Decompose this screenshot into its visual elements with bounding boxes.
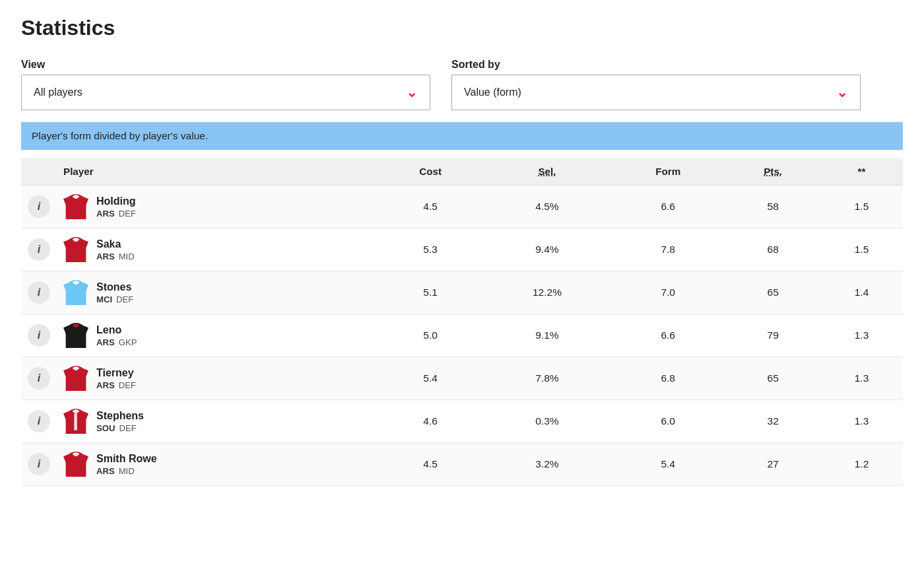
player-team: MCI (96, 294, 112, 304)
player-form: 5.4 (610, 443, 725, 486)
col-sel: Sel. (484, 158, 610, 186)
player-team: SOU (96, 423, 115, 433)
player-name: Saka (96, 238, 135, 250)
player-shirt-icon (63, 407, 88, 436)
table-row: i LenoARSGKP5.09.1%6.6791.3 (21, 314, 903, 357)
info-button[interactable]: i (28, 453, 50, 475)
view-select[interactable]: All players ⌄ (21, 75, 430, 110)
player-position: DEF (119, 209, 136, 219)
player-cost: 4.5 (377, 186, 483, 228)
info-button[interactable]: i (28, 281, 50, 304)
player-form: 6.0 (610, 400, 725, 443)
statistics-table: Player Cost Sel. Form Pts. ** i HoldingA… (21, 158, 903, 486)
player-sel: 9.4% (484, 228, 610, 271)
player-name: Leno (96, 324, 137, 336)
player-value: 1.5 (820, 228, 903, 271)
player-form: 7.0 (610, 271, 725, 314)
player-cell: StonesMCIDEF (57, 271, 377, 314)
player-team: ARS (96, 466, 115, 476)
view-label: View (21, 59, 430, 71)
col-pts: Pts. (725, 158, 820, 186)
player-position: DEF (116, 294, 133, 304)
table-row: i Smith RoweARSMID4.53.2%5.4271.2 (21, 443, 903, 486)
player-team: ARS (96, 209, 115, 219)
player-cost: 4.6 (377, 400, 483, 443)
table-row: i StonesMCIDEF5.112.2%7.0651.4 (21, 271, 903, 314)
player-value: 1.3 (820, 314, 903, 357)
player-shirt-icon (63, 278, 88, 307)
player-position: MID (119, 252, 135, 261)
player-team: ARS (96, 380, 115, 390)
player-position: MID (119, 466, 135, 476)
player-shirt-icon (63, 192, 88, 221)
player-position: DEF (119, 380, 136, 390)
table-row: i SakaARSMID5.39.4%7.8681.5 (21, 228, 903, 271)
player-form: 6.8 (610, 357, 725, 400)
player-pts: 32 (725, 400, 820, 443)
player-cell: HoldingARSDEF (57, 186, 377, 228)
player-form: 7.8 (610, 228, 725, 271)
player-cost: 5.0 (377, 314, 483, 357)
player-team: ARS (96, 337, 115, 347)
table-row: i HoldingARSDEF4.54.5%6.6581.5 (21, 186, 903, 228)
player-sel: 12.2% (484, 271, 610, 314)
player-shirt-icon (63, 235, 88, 264)
player-pts: 65 (725, 271, 820, 314)
table-row: i StephensSOUDEF4.60.3%6.0321.3 (21, 400, 903, 443)
info-button[interactable]: i (28, 238, 50, 261)
player-value: 1.4 (820, 271, 903, 314)
player-cost: 5.4 (377, 357, 483, 400)
table-row: i TierneyARSDEF5.47.8%6.8651.3 (21, 357, 903, 400)
player-shirt-icon (63, 321, 88, 350)
player-cell: LenoARSGKP (57, 314, 377, 357)
player-form: 6.6 (610, 186, 725, 228)
player-form: 6.6 (610, 314, 725, 357)
player-cell: SakaARSMID (57, 228, 377, 271)
statistics-table-wrap: Player Cost Sel. Form Pts. ** i HoldingA… (21, 158, 903, 486)
info-banner: Player's form divided by player's value. (21, 122, 903, 150)
player-name: Tierney (96, 367, 136, 379)
player-value: 1.2 (820, 443, 903, 486)
info-button[interactable]: i (28, 410, 50, 432)
chevron-down-icon-sort: ⌄ (836, 85, 848, 100)
player-cost: 4.5 (377, 443, 483, 486)
player-sel: 0.3% (484, 400, 610, 443)
player-value: 1.3 (820, 400, 903, 443)
player-shirt-icon (63, 364, 88, 393)
player-pts: 27 (725, 443, 820, 486)
col-cost: Cost (377, 158, 483, 186)
sort-label: Sorted by (451, 59, 861, 71)
table-body: i HoldingARSDEF4.54.5%6.6581.5i SakaARSM… (21, 186, 903, 486)
player-value: 1.3 (820, 357, 903, 400)
sort-control: Sorted by Value (form) ⌄ (451, 59, 861, 110)
player-position: DEF (119, 423, 136, 433)
col-form: Form (610, 158, 725, 186)
info-button[interactable]: i (28, 367, 50, 390)
player-position: GKP (119, 337, 137, 347)
player-name: Stones (96, 281, 133, 293)
player-sel: 9.1% (484, 314, 610, 357)
player-name: Holding (96, 195, 136, 207)
player-cell: TierneyARSDEF (57, 357, 377, 400)
player-cell: StephensSOUDEF (57, 400, 377, 443)
sort-select-value: Value (form) (464, 86, 521, 98)
player-sel: 3.2% (484, 443, 610, 486)
info-button[interactable]: i (28, 195, 50, 218)
player-pts: 68 (725, 228, 820, 271)
player-sel: 4.5% (484, 186, 610, 228)
player-cost: 5.3 (377, 228, 483, 271)
table-header: Player Cost Sel. Form Pts. ** (21, 158, 903, 186)
player-pts: 58 (725, 186, 820, 228)
player-name: Stephens (96, 410, 144, 422)
sort-select[interactable]: Value (form) ⌄ (451, 75, 861, 110)
view-control: View All players ⌄ (21, 59, 430, 110)
player-sel: 7.8% (484, 357, 610, 400)
col-value: ** (820, 158, 903, 186)
controls-row: View All players ⌄ Sorted by Value (form… (21, 59, 903, 110)
view-select-value: All players (34, 86, 82, 98)
player-value: 1.5 (820, 186, 903, 228)
info-button[interactable]: i (28, 324, 50, 347)
player-cost: 5.1 (377, 271, 483, 314)
player-name: Smith Rowe (96, 453, 157, 465)
svg-rect-12 (74, 413, 77, 430)
